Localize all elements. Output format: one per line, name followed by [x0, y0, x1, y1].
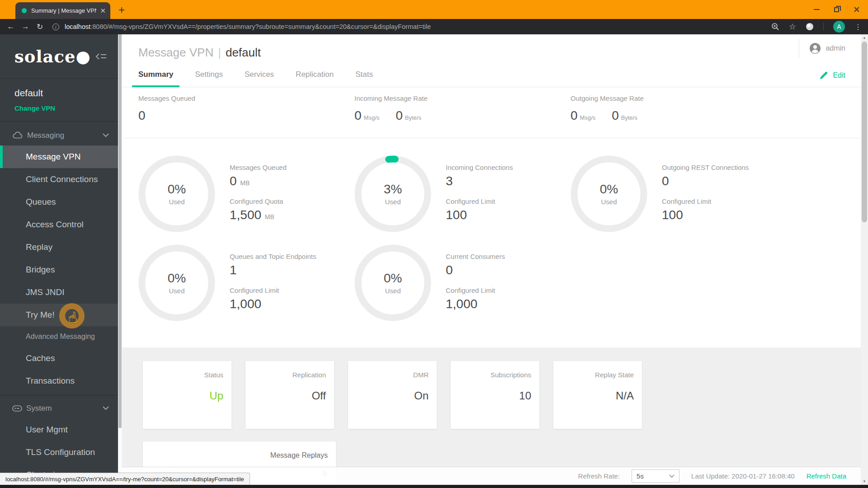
chevron-down-icon	[103, 406, 109, 410]
status-value: Up	[151, 389, 223, 402]
window-bottom-edge	[0, 485, 868, 488]
card-status: Status Up	[143, 361, 231, 429]
sidebar: solace● default Change VPN Messaging Mes…	[0, 34, 118, 488]
donut-chart: 0%Used	[354, 244, 431, 321]
user-icon	[809, 42, 821, 54]
refresh-rate-label: Refresh Rate:	[578, 472, 620, 480]
sidebar-scrollbar-thumb[interactable]	[118, 34, 122, 428]
card-replication: Replication Off	[245, 361, 334, 429]
profile-avatar[interactable]: A	[833, 21, 845, 33]
site-info-icon[interactable]: i	[52, 23, 59, 30]
main-content: Message VPN|default admin Summary Settin…	[122, 34, 868, 488]
scrollbar-thumb[interactable]	[862, 42, 867, 222]
chevron-down-icon	[669, 474, 675, 478]
sidebar-divider	[0, 395, 118, 395]
stat-incoming-rate: Incoming Message Rate 0Msg/s 0Byte/s	[354, 94, 571, 138]
sidebar-collapse-icon[interactable]	[95, 52, 107, 61]
donut-chart: 3%Used	[354, 155, 431, 232]
sidebar-item-message-vpn[interactable]: Message VPN	[0, 145, 118, 168]
gauge-incoming-connections: 3%Used Incoming Connections 3 Configured…	[354, 155, 571, 232]
cloud-icon	[12, 131, 23, 140]
sidebar-item-bridges[interactable]: Bridges	[0, 258, 118, 281]
donut-chart: 0%Used	[571, 155, 647, 232]
extension-icon[interactable]	[806, 23, 814, 31]
sidebar-item-caches[interactable]: Caches	[0, 347, 118, 370]
stat-messages-queued: Messages Queued 0	[138, 94, 354, 138]
sidebar-item-access-control[interactable]: Access Control	[0, 213, 118, 236]
card-dmr: DMR On	[348, 361, 437, 429]
tab-close-icon[interactable]: ✕	[100, 7, 106, 15]
edit-button[interactable]: Edit	[819, 64, 845, 87]
user-name: admin	[826, 44, 845, 52]
system-chip-icon	[12, 405, 22, 412]
sidebar-item-jms-jndi[interactable]: JMS JNDI	[0, 281, 118, 304]
link-status-bubble: localhost:8080/#/msg-vpns/ZGVmYXVsdA==/t…	[0, 473, 250, 485]
refresh-data-link[interactable]: Refresh Data	[807, 472, 846, 480]
back-button[interactable]: ←	[4, 22, 18, 31]
window-restore-button[interactable]	[834, 7, 839, 12]
change-vpn-link[interactable]: Change VPN	[14, 104, 104, 112]
pencil-icon	[819, 71, 828, 80]
tab-settings[interactable]: Settings	[189, 64, 229, 87]
gauge-outgoing-rest-connections: 0%Used Outgoing REST Connections 0 Confi…	[571, 155, 787, 232]
donut-chart: 0%Used	[138, 155, 215, 232]
page-title: Message VPN|default	[138, 46, 261, 60]
browser-toolbar: ← → ↻ i localhost:8080/#/msg-vpns/ZGVmYX…	[0, 19, 868, 34]
sidebar-item-client-connections[interactable]: Client Connections	[0, 168, 118, 191]
gauge-current-consumers: 0%Used Current Consumers 0 Configured Li…	[354, 244, 571, 321]
tab-stats[interactable]: Stats	[349, 64, 379, 87]
gauge-messages-queued: 0%Used Messages Queued 0 MB Configured Q…	[138, 155, 354, 232]
refresh-rate-select[interactable]: 5s	[632, 469, 679, 483]
content-scrollbar[interactable]: ▲ ▼	[861, 34, 868, 485]
sidebar-scrollbar[interactable]	[118, 34, 122, 488]
browser-menu-icon[interactable]: ⋮	[854, 23, 862, 31]
sidebar-item-tls-configuration[interactable]: TLS Configuration	[0, 441, 118, 464]
sidebar-item-replay[interactable]: Replay	[0, 236, 118, 258]
gauge-queues-topic-endpoints: 0%Used Queues and Topic Endpoints 1 Conf…	[138, 244, 354, 321]
sidebar-item-queues[interactable]: Queues	[0, 191, 118, 213]
browser-titlebar: Summary | Message VPN ✕ +	[0, 0, 868, 19]
window-minimize-button[interactable]	[814, 9, 820, 10]
tab-summary[interactable]: Summary	[132, 64, 179, 87]
forward-button[interactable]: →	[18, 22, 33, 31]
browser-tab[interactable]: Summary | Message VPN ✕	[15, 2, 110, 19]
sidebar-section-system[interactable]: System	[0, 398, 118, 418]
scrollbar-down-arrow[interactable]: ▼	[861, 478, 868, 485]
card-replay-state: Replay State N/A	[553, 361, 642, 429]
reload-button[interactable]: ↻	[33, 22, 47, 32]
tab-favicon-icon	[22, 8, 27, 13]
window-close-button[interactable]	[854, 6, 860, 13]
chevron-down-icon	[103, 133, 109, 137]
zoom-page-icon[interactable]	[771, 23, 779, 31]
current-vpn-name: default	[14, 88, 104, 99]
sidebar-item-transactions[interactable]: Transactions	[0, 370, 118, 392]
new-tab-button[interactable]: +	[118, 4, 125, 16]
tab-services[interactable]: Services	[238, 64, 280, 87]
tab-replication[interactable]: Replication	[289, 64, 340, 87]
user-menu[interactable]: admin	[799, 39, 845, 58]
stat-outgoing-rate: Outgoing Message Rate 0Msg/s 0Byte/s	[571, 94, 787, 138]
url-text[interactable]: localhost:8080/#/msg-vpns/ZGVmYXVsdA==/p…	[65, 23, 431, 30]
top-stats: Messages Queued 0 Incoming Message Rate …	[122, 87, 868, 138]
donut-chart: 0%Used	[138, 244, 215, 321]
card-subscriptions: Subscriptions 10	[451, 361, 539, 429]
sidebar-section-messaging[interactable]: Messaging	[0, 125, 118, 145]
tab-title: Summary | Message VPN	[31, 7, 96, 14]
sidebar-item-user-mgmt[interactable]: User Mgmt	[0, 418, 118, 441]
address-bar[interactable]: i localhost:8080/#/msg-vpns/ZGVmYXVsdA==…	[52, 23, 431, 30]
last-update-text: Last Update: 2020-01-27 16:08:40	[691, 472, 795, 480]
toolbar-separator	[823, 23, 824, 31]
solace-logo: solace●	[14, 47, 91, 66]
bookmark-star-icon[interactable]: ☆	[789, 22, 796, 32]
sidebar-item-advanced-messaging[interactable]: Advanced Messaging	[0, 326, 118, 347]
scrollbar-up-arrow[interactable]: ▲	[861, 34, 868, 41]
